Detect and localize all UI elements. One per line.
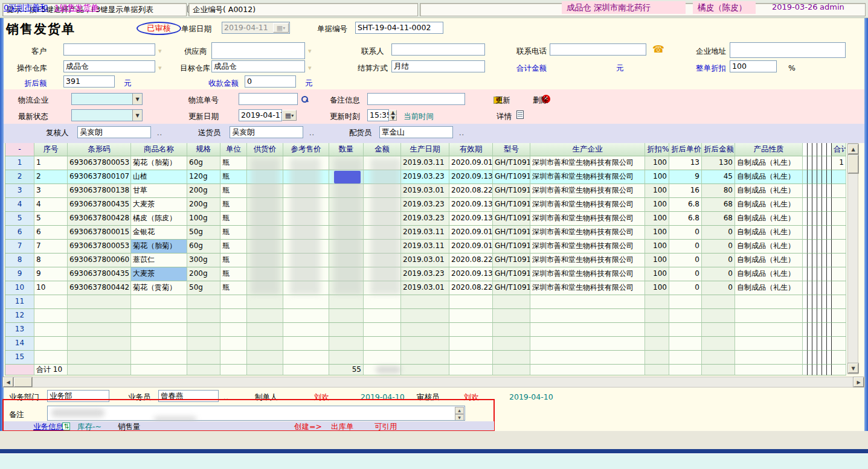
- grid-model[interactable]: GH/T1091: [493, 281, 530, 295]
- grid-cell-narrow[interactable]: [803, 323, 808, 337]
- grid-cell-narrow[interactable]: [803, 170, 808, 184]
- deliverer-input[interactable]: 吴亥朗: [230, 126, 303, 138]
- grid-cell[interactable]: [735, 337, 803, 351]
- grid-cell[interactable]: [702, 309, 735, 323]
- contact-input[interactable]: [391, 43, 485, 56]
- grid-cell[interactable]: [493, 323, 530, 337]
- grid-cell-narrow[interactable]: [812, 143, 817, 156]
- grid-cell[interactable]: [669, 295, 702, 309]
- target-warehouse-input[interactable]: 成品仓: [211, 60, 305, 72]
- grid-cell-narrow[interactable]: [808, 198, 812, 212]
- grid-unit[interactable]: 瓶: [220, 254, 247, 267]
- grid-cell[interactable]: [401, 295, 449, 309]
- grid-cell[interactable]: [449, 337, 493, 351]
- grid-cell[interactable]: [493, 309, 530, 323]
- grid-cell[interactable]: 12: [5, 309, 34, 323]
- grid-cell-narrow[interactable]: [808, 143, 812, 156]
- logistics-company-select[interactable]: ▼: [71, 93, 143, 105]
- grid-discount[interactable]: 100: [645, 184, 669, 198]
- grid-supply-price[interactable]: [247, 156, 283, 170]
- grid-nature[interactable]: 自制成品（礼生）: [735, 281, 803, 295]
- grid-cell-narrow[interactable]: [822, 254, 827, 267]
- grid-cell-narrow[interactable]: [803, 212, 808, 226]
- grid-cell-narrow[interactable]: [817, 337, 822, 351]
- logistics-note-input[interactable]: [367, 93, 465, 105]
- grid-disc-amount[interactable]: 68: [702, 198, 735, 212]
- grid-qty[interactable]: [329, 267, 364, 281]
- grid-cell-narrow[interactable]: [817, 212, 822, 226]
- grid-cell[interactable]: [401, 309, 449, 323]
- grid-cell[interactable]: [283, 351, 329, 365]
- doc-no-input[interactable]: SHT-19-04-11-0002: [355, 22, 443, 34]
- grid-valid-date[interactable]: 2020.09.01: [449, 156, 493, 170]
- grid-cell-narrow[interactable]: [812, 226, 817, 240]
- grid-cell-narrow[interactable]: [812, 212, 817, 226]
- grid-cell[interactable]: [329, 309, 364, 323]
- grid-header-10[interactable]: 生产日期: [401, 143, 449, 156]
- grid-seq[interactable]: 7: [34, 240, 68, 254]
- grid-nature[interactable]: 自制成品（礼生）: [735, 170, 803, 184]
- grid-supply-price[interactable]: [247, 226, 283, 240]
- grid-unit[interactable]: 瓶: [220, 198, 247, 212]
- remark-scroll-buttons[interactable]: ▲▼: [455, 407, 464, 420]
- grid-cell[interactable]: [131, 351, 187, 365]
- grid-seq[interactable]: 9: [34, 267, 68, 281]
- vscroll-down-button[interactable]: ▼: [848, 363, 858, 373]
- grid-cell[interactable]: [247, 351, 283, 365]
- grid-cell[interactable]: 14: [5, 337, 34, 351]
- grid-cell-narrow[interactable]: [817, 323, 822, 337]
- grid-rowmarker[interactable]: 7: [5, 240, 34, 254]
- remark-textarea[interactable]: ▲▼: [47, 406, 465, 421]
- grid-prod-date[interactable]: 2019.03.23: [401, 198, 449, 212]
- grid-cell[interactable]: [735, 309, 803, 323]
- grid-total-amt[interactable]: [832, 267, 846, 281]
- grid-cell-narrow[interactable]: [827, 309, 832, 323]
- grid-cell[interactable]: [283, 337, 329, 351]
- grid-cell[interactable]: [34, 295, 68, 309]
- grid-cell[interactable]: [645, 295, 669, 309]
- grid-cell[interactable]: [735, 351, 803, 365]
- address-input[interactable]: [730, 42, 846, 58]
- latest-status-select[interactable]: ▼: [71, 109, 143, 121]
- grid-cell[interactable]: [68, 351, 131, 365]
- grid-discount[interactable]: 100: [645, 226, 669, 240]
- grid-cell-narrow[interactable]: [817, 365, 822, 375]
- grid-qty[interactable]: [329, 212, 364, 226]
- grid-cell[interactable]: [832, 309, 846, 323]
- grid-maker[interactable]: 深圳市善和堂生物科技有限公司: [530, 156, 645, 170]
- grid-cell-narrow[interactable]: [817, 351, 822, 365]
- grid-cell-narrow[interactable]: [803, 226, 808, 240]
- vscroll-thumb[interactable]: [848, 155, 858, 173]
- grid-valid-date[interactable]: 2020.09.13: [449, 212, 493, 226]
- grid-spec[interactable]: 50g: [187, 226, 220, 240]
- grid-cell[interactable]: [329, 351, 364, 365]
- grid-cell[interactable]: [364, 337, 401, 351]
- grid-barcode[interactable]: 6930637800435: [68, 267, 131, 281]
- grid-header-4[interactable]: 规格: [187, 143, 220, 156]
- customer-dropdown-icon[interactable]: ▾: [158, 47, 162, 55]
- grid-spec[interactable]: 100g: [187, 212, 220, 226]
- grid-rowmarker[interactable]: 2: [5, 170, 34, 184]
- grid-prod-date[interactable]: 2019.03.01: [401, 184, 449, 198]
- grid-disc-price[interactable]: 6.8: [669, 198, 702, 212]
- grid-cell[interactable]: [131, 295, 187, 309]
- grid-cell-narrow[interactable]: [822, 212, 827, 226]
- detail-button[interactable]: 详情: [497, 112, 512, 122]
- grid-cell[interactable]: [832, 323, 846, 337]
- grid-amount[interactable]: [364, 198, 401, 212]
- grid-seq[interactable]: 2: [34, 170, 68, 184]
- grid-supply-price[interactable]: [247, 198, 283, 212]
- grid-header-7[interactable]: 参考售价: [283, 143, 329, 156]
- table-row-empty[interactable]: 13: [5, 323, 847, 337]
- table-row[interactable]: 226930637800107山楂120g瓶2019.03.232020.09.…: [5, 170, 847, 184]
- grid-prod-date[interactable]: 2019.03.23: [401, 212, 449, 226]
- grid-spec[interactable]: 200g: [187, 184, 220, 198]
- grid-ref-price[interactable]: [283, 226, 329, 240]
- grid-cell[interactable]: [68, 323, 131, 337]
- grid-cell-narrow[interactable]: [822, 226, 827, 240]
- grid-cell[interactable]: [645, 323, 669, 337]
- update-date-calendar-button[interactable]: ▦▾: [282, 110, 297, 121]
- grid-cell[interactable]: [401, 351, 449, 365]
- grid-product-name[interactable]: 橘皮（陈皮）: [131, 212, 187, 226]
- grid-ref-price[interactable]: [283, 156, 329, 170]
